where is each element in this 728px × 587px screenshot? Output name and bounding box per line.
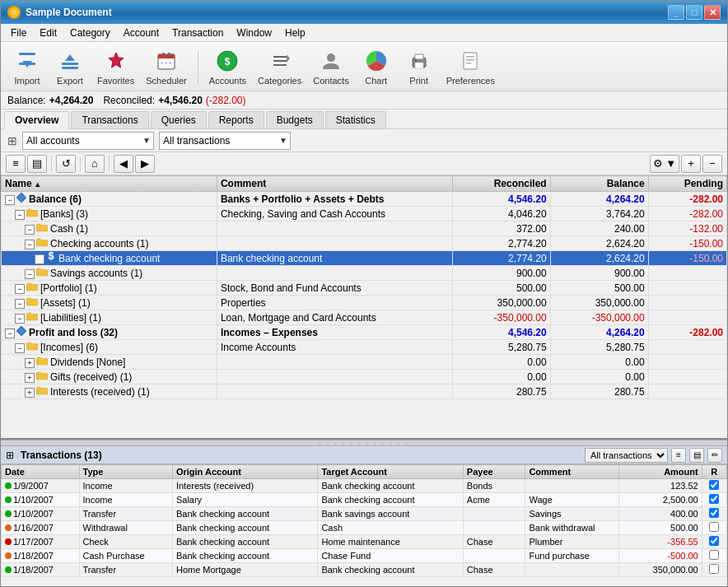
chart-button[interactable]: Chart [357,45,396,88]
table-row[interactable]: −Cash (1)372.00240.00-132.00 [2,221,727,236]
tcol-target[interactable]: Target Account [318,465,463,479]
tcol-amount[interactable]: Amount [618,465,702,479]
menu-account[interactable]: Account [117,26,166,40]
expand-icon[interactable]: + [25,388,35,398]
svg-marker-18 [287,54,290,63]
contacts-button[interactable]: Contacts [309,45,352,88]
tcol-payee[interactable]: Payee [463,465,525,479]
categories-button[interactable]: Categories [254,45,306,88]
tab-reports[interactable]: Reports [208,111,264,128]
account-pending [648,266,726,281]
scheduler-button[interactable]: Scheduler [142,45,191,88]
expand-icon[interactable]: − [5,195,15,205]
detail-view-button[interactable]: ▤ [27,155,47,173]
trans-view-btn2[interactable]: ▤ [689,448,704,463]
reconciled-checkbox[interactable] [709,522,719,532]
tcol-date[interactable]: Date [2,465,80,479]
expand-icon[interactable]: − [15,284,25,294]
minimize-button[interactable]: _ [668,5,684,20]
table-row[interactable]: +Interests (received) (1)280.75280.75 [2,384,727,399]
table-row[interactable]: −Balance (6)Banks + Portfolio + Assets +… [2,192,727,207]
tcol-comment[interactable]: Comment [525,465,618,479]
col-reconciled[interactable]: Reconciled [452,176,550,192]
expand-icon[interactable]: − [15,299,25,309]
reconciled-checkbox[interactable] [709,508,719,518]
favorites-button[interactable]: Favorites [93,45,138,88]
menu-edit[interactable]: Edit [33,26,63,40]
menu-help[interactable]: Help [278,26,312,40]
expand-icon[interactable]: + [25,358,35,368]
menu-category[interactable]: Category [63,26,117,40]
col-name[interactable]: Name [2,176,217,192]
reconciled-checkbox[interactable] [709,536,719,546]
menu-transaction[interactable]: Transaction [166,26,230,40]
back-button[interactable]: ◀ [114,155,133,173]
expand-icon[interactable]: − [15,343,25,353]
tcol-origin[interactable]: Origin Account [172,465,317,479]
tab-queries[interactable]: Queries [151,111,207,128]
account-name: Dividends [None] [50,356,125,368]
col-comment[interactable]: Comment [217,176,452,192]
accounts-button[interactable]: $ Accounts [205,45,250,88]
account-filter[interactable]: All accounts [22,132,154,150]
settings-button[interactable]: ⚙ ▼ [650,155,679,173]
col-balance[interactable]: Balance [550,176,648,192]
table-row[interactable]: −Checking accounts (1)2,774.202,624.20-1… [2,236,727,251]
list-item[interactable]: 1/10/2007IncomeSalaryBank checking accou… [2,493,727,507]
trans-view-btn1[interactable]: ≡ [671,448,686,463]
transaction-filter[interactable]: All transactions [159,132,291,150]
expand-icon[interactable]: − [15,210,25,220]
reconciled-checkbox[interactable] [709,564,719,574]
list-item[interactable]: 1/17/2007CheckBank checking accountHome … [2,535,727,549]
list-item[interactable]: 1/18/2007Cash PurchaseBank checking acco… [2,549,727,563]
table-row[interactable]: −Savings accounts (1)900.00900.00 [2,266,727,281]
expand-icon[interactable]: + [35,254,44,264]
table-row[interactable]: −[Liabilities] (1)Loan, Mortgage and Car… [2,310,727,325]
tab-statistics[interactable]: Statistics [325,111,386,128]
list-item[interactable]: 1/16/2007WithdrawalBank checking account… [2,521,727,535]
expand-icon[interactable]: − [25,240,35,249]
list-item[interactable]: 1/9/2007IncomeInterests (received)Bank c… [2,479,727,493]
table-row[interactable]: −[Assets] (1)Properties350,000.00350,000… [2,296,727,310]
add-button[interactable]: + [681,155,701,173]
table-row[interactable]: −[Incomes] (6)Income Accounts5,280.755,2… [2,340,727,355]
tcol-type[interactable]: Type [79,465,172,479]
reconciled-checkbox[interactable] [709,494,719,504]
table-row[interactable]: −Profit and loss (32)Incomes – Expenses4… [2,325,727,340]
trans-edit-btn[interactable]: ✏ [707,448,722,463]
table-row[interactable]: −[Portfolio] (1)Stock, Bond and Fund Acc… [2,281,727,296]
tab-transactions[interactable]: Transactions [71,111,148,128]
print-button[interactable]: Print [399,45,439,88]
expand-icon[interactable]: + [25,373,35,383]
table-row[interactable]: −[Banks] (3)Checking, Saving and Cash Ac… [2,207,727,221]
expand-icon[interactable]: − [15,314,25,324]
refresh-button[interactable]: ↺ [56,155,76,173]
list-view-button[interactable]: ≡ [6,155,26,173]
maximize-button[interactable]: □ [686,5,702,20]
import-button[interactable]: Import [7,45,47,88]
list-item[interactable]: 1/10/2007TransferBank checking accountBa… [2,507,727,521]
export-button[interactable]: Export [50,45,90,88]
menu-file[interactable]: File [4,26,33,40]
home-button[interactable]: ⌂ [85,155,105,173]
reconciled-checkbox[interactable] [709,480,719,490]
reconciled-checkbox[interactable] [709,550,719,560]
preferences-button[interactable]: Preferences [442,45,499,88]
table-row[interactable]: +$Bank checking accountBank checking acc… [2,251,727,266]
tcol-r[interactable]: R [702,465,726,479]
menu-window[interactable]: Window [230,26,278,40]
tab-budgets[interactable]: Budgets [266,111,324,128]
resize-handle[interactable]: · · · · · · · · · · · · [1,440,727,446]
expand-icon[interactable]: − [25,225,35,235]
col-pending[interactable]: Pending [648,176,726,192]
remove-button[interactable]: − [702,155,722,173]
transactions-filter-select[interactable]: All transactions [585,448,668,463]
list-item[interactable]: 1/18/2007TransferHome MortgageBank check… [2,563,727,577]
expand-icon[interactable]: − [25,269,35,279]
forward-button[interactable]: ▶ [135,155,155,173]
table-row[interactable]: +Gifts (received) (1)0.000.00 [2,370,727,384]
expand-icon[interactable]: − [5,328,15,338]
close-button[interactable]: ✕ [704,5,721,20]
table-row[interactable]: +Dividends [None]0.000.00 [2,355,727,370]
tab-overview[interactable]: Overview [4,111,69,129]
